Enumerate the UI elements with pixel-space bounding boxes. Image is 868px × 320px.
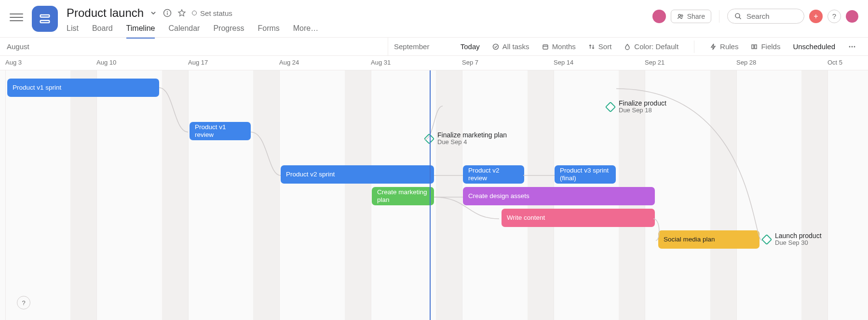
date-tick: Sep 28: [736, 59, 756, 66]
header-actions: Share Search + ?: [652, 9, 858, 24]
svg-rect-9: [543, 45, 548, 49]
task-v2-sprint[interactable]: Product v2 sprint: [281, 165, 434, 184]
tab-more[interactable]: More…: [293, 24, 318, 39]
svg-point-8: [493, 44, 498, 49]
divider: [719, 10, 719, 23]
unscheduled-button[interactable]: Unscheduled: [793, 42, 835, 51]
svg-point-5: [678, 14, 680, 16]
project-title[interactable]: Product launch: [67, 6, 144, 20]
svg-point-13: [852, 46, 853, 47]
bolt-icon: [710, 43, 717, 50]
help-button[interactable]: ?: [827, 10, 841, 23]
task-create-design-assets[interactable]: Create design assets: [463, 187, 655, 205]
zoom-months[interactable]: Months: [542, 42, 576, 51]
color-button[interactable]: Color: Default: [624, 42, 678, 51]
task-v2-review[interactable]: Product v2 review: [463, 165, 524, 184]
diamond-icon: [761, 234, 773, 245]
set-status-label: Set status: [200, 9, 232, 17]
star-icon[interactable]: [177, 9, 186, 17]
svg-point-6: [681, 14, 683, 16]
today-marker: [430, 70, 431, 320]
svg-point-3: [167, 11, 168, 12]
add-button[interactable]: +: [809, 10, 823, 23]
svg-point-14: [854, 46, 855, 47]
milestone-finalize-product[interactable]: Finalize productDue Sep 18: [607, 99, 666, 114]
check-circle-icon: [492, 43, 499, 50]
floating-help-button[interactable]: ?: [17, 296, 30, 309]
task-write-content[interactable]: Write content: [502, 209, 655, 227]
timeline-canvas[interactable]: Product v1 sprint Product v1 review Fina…: [0, 70, 868, 320]
tab-timeline[interactable]: Timeline: [126, 24, 155, 39]
month-label-right: September: [388, 38, 429, 55]
search-icon: [734, 13, 742, 20]
date-axis: Aug 3 Aug 10 Aug 17 Aug 24 Aug 31 Sep 7 …: [0, 56, 868, 70]
milestone-launch-product[interactable]: Launch productDue Sep 30: [763, 232, 822, 247]
weekend-band: [162, 70, 188, 320]
app-header: Product launch Set status List Board Tim…: [0, 0, 868, 38]
tab-progress[interactable]: Progress: [213, 24, 244, 39]
rules-button[interactable]: Rules: [710, 42, 738, 51]
divider: [694, 40, 694, 53]
today-button[interactable]: Today: [461, 42, 480, 51]
svg-point-12: [849, 46, 851, 47]
svg-rect-11: [755, 45, 757, 49]
member-avatar[interactable]: [652, 10, 666, 23]
svg-point-7: [735, 13, 740, 18]
task-social-media-plan[interactable]: Social media plan: [658, 230, 760, 249]
weekend-band: [253, 70, 279, 320]
info-icon[interactable]: [163, 9, 172, 17]
view-tabs: List Board Timeline Calendar Progress Fo…: [67, 24, 318, 39]
svg-rect-0: [41, 15, 50, 17]
chevron-down-icon[interactable]: [149, 9, 157, 17]
project-title-area: Product launch Set status List Board Tim…: [67, 6, 318, 39]
diamond-icon: [605, 101, 616, 112]
tab-forms[interactable]: Forms: [258, 24, 279, 39]
all-tasks-filter[interactable]: All tasks: [492, 42, 529, 51]
date-tick: Sep 21: [645, 59, 665, 66]
weekend-band: [801, 70, 827, 320]
date-tick: Sep 14: [554, 59, 573, 66]
task-v3-sprint[interactable]: Product v3 sprint(final): [555, 165, 616, 184]
task-create-marketing-plan[interactable]: Create marketingplan: [372, 187, 434, 205]
sort-button[interactable]: Sort: [588, 42, 612, 51]
project-icon[interactable]: [32, 6, 58, 32]
weekend-band: [345, 70, 371, 320]
columns-icon: [751, 43, 758, 50]
sort-icon: [588, 43, 595, 50]
date-tick: Aug 24: [279, 59, 299, 66]
weekend-band: [436, 70, 462, 320]
status-dot-icon: [192, 11, 197, 15]
more-options-icon[interactable]: [848, 43, 856, 50]
date-tick: Aug 17: [188, 59, 208, 66]
tab-list[interactable]: List: [67, 24, 79, 39]
weekend-band: [70, 70, 96, 320]
date-tick: Aug 31: [371, 59, 391, 66]
calendar-icon: [542, 43, 549, 50]
weekend-band: [710, 70, 736, 320]
date-tick: Oct 5: [827, 59, 842, 66]
date-tick: Sep 7: [462, 59, 478, 66]
svg-rect-1: [41, 21, 50, 23]
tab-board[interactable]: Board: [92, 24, 113, 39]
date-tick: Aug 3: [5, 59, 22, 66]
user-avatar[interactable]: [846, 10, 858, 23]
droplet-icon: [624, 43, 631, 50]
month-label-left: August: [7, 42, 29, 51]
task-v1-sprint[interactable]: Product v1 sprint: [7, 79, 159, 97]
diamond-icon: [424, 133, 435, 144]
share-label: Share: [687, 13, 705, 20]
search-input[interactable]: Search: [727, 9, 804, 24]
search-placeholder: Search: [746, 12, 770, 20]
task-v1-review[interactable]: Product v1 review: [190, 122, 251, 140]
timeline-toolbar: August September Today All tasks Months …: [0, 38, 868, 56]
people-icon: [677, 13, 684, 20]
menu-toggle-icon[interactable]: [10, 11, 23, 24]
milestone-finalize-marketing[interactable]: Finalize marketing planDue Sep 4: [425, 131, 507, 146]
svg-rect-4: [167, 13, 167, 15]
fields-button[interactable]: Fields: [751, 42, 780, 51]
tab-calendar[interactable]: Calendar: [168, 24, 200, 39]
date-tick: Aug 10: [96, 59, 116, 66]
share-button[interactable]: Share: [671, 10, 711, 23]
set-status-button[interactable]: Set status: [192, 9, 232, 17]
svg-rect-10: [752, 45, 754, 49]
